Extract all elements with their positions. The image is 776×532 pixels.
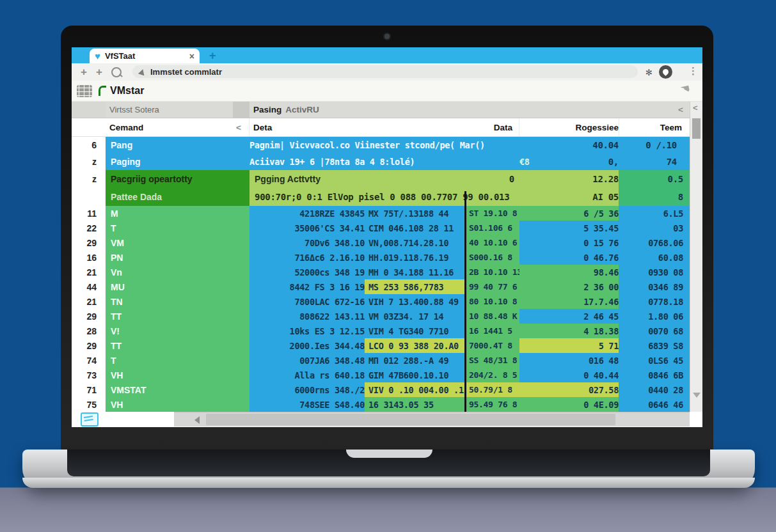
cell-cmd[interactable]: VM <box>106 235 249 250</box>
cemand-chevron-icon[interactable]: < <box>236 123 241 132</box>
back-button[interactable]: + <box>81 66 87 77</box>
cell-mid[interactable]: S000.16 8 <box>466 250 519 265</box>
cell-mid[interactable]: 2B 10.10 13 <box>466 265 519 279</box>
cell-mid[interactable]: 95.49 76 8 <box>466 397 519 412</box>
extension-icon[interactable]: ✻ <box>645 68 653 77</box>
cell-data-left[interactable]: 70Dv6 348.10 <box>249 235 365 250</box>
row-number[interactable]: z <box>72 170 106 188</box>
cell-teem[interactable]: 0846 6B <box>619 368 690 382</box>
row-number[interactable] <box>72 188 106 206</box>
cell-rogessiee[interactable]: 0, <box>571 157 619 167</box>
cell-teem[interactable]: 6839 S8 <box>619 338 690 353</box>
cell-mid[interactable]: 10 88.48 K <box>466 309 519 324</box>
address-bar[interactable]: Immstet commlatr <box>132 65 638 78</box>
grid-icon[interactable] <box>77 85 92 97</box>
cell-cmd[interactable]: Paging <box>106 157 249 167</box>
cell-rogessiee[interactable]: 4 18.38 <box>519 324 619 338</box>
cell-rogessiee[interactable]: 98.46 <box>519 265 619 279</box>
cell-mid[interactable]: 7000.4T 8 <box>466 338 519 353</box>
cell-data-left[interactable]: 6000rns 348./2 <box>249 382 365 397</box>
cell-text[interactable]: Pgging Acttvtty 0 <box>249 170 519 188</box>
row-number[interactable]: 22 <box>72 221 106 235</box>
row-number[interactable]: 29 <box>72 309 106 324</box>
group-header-left[interactable]: Virtsst Sotera <box>106 102 249 118</box>
cell-teem[interactable]: 0346 89 <box>619 279 690 294</box>
cell-teem[interactable]: 8 <box>619 188 690 206</box>
forward-button[interactable]: + <box>96 66 102 77</box>
col-header-data[interactable]: Data <box>365 118 519 136</box>
pin-icon[interactable] <box>680 86 689 92</box>
cell-cmd[interactable]: MU <box>106 279 249 294</box>
cell-teem[interactable]: 0 /.10 <box>619 140 683 150</box>
cell-rogessiee[interactable]: 0 4E.09 <box>519 397 619 412</box>
cell-mid[interactable]: 80 10.10 8 <box>466 294 519 309</box>
cell-teem[interactable]: 0778.18 <box>619 294 690 309</box>
cell-mid[interactable]: ST 19.10 8 <box>466 206 519 221</box>
row-number[interactable]: 71 <box>72 382 106 397</box>
cell-cmd[interactable]: V! <box>106 324 249 338</box>
cell-data-right[interactable]: VN,008.714.28.10 <box>365 235 466 250</box>
cell-data-left[interactable]: 808622 143.11 <box>249 309 365 324</box>
cell-data-right[interactable]: VIH 7 13.400.88 49 <box>365 294 466 309</box>
cell-data-right[interactable]: MП 012 288.-A 49 <box>365 353 466 368</box>
row-number[interactable]: 21 <box>72 294 106 309</box>
cell-mid[interactable]: 40 10.10 6 <box>466 235 519 250</box>
cell-cmd[interactable]: Pattee Dada <box>106 188 249 206</box>
cell-rogessiee[interactable]: AI 05 <box>519 188 619 206</box>
row-number[interactable]: 74 <box>72 353 106 368</box>
row-number[interactable]: 6 <box>72 137 106 153</box>
cell-data-left[interactable]: 716Δc6 2.16.10 <box>249 250 365 265</box>
profile-avatar[interactable] <box>659 65 672 79</box>
row-number[interactable]: 11 <box>72 206 106 221</box>
cell-data-left[interactable]: 8442 FS 3 16 19 <box>249 279 365 294</box>
cell-data-right[interactable]: 16 3143.05 35 <box>365 397 466 412</box>
horizontal-scrollbar[interactable] <box>174 412 690 426</box>
cell-mid[interactable]: 16 1441 5 <box>466 324 519 338</box>
cell-cmd[interactable]: Pacgriig opeartotty <box>106 170 249 188</box>
cell-rogessiee[interactable]: 0 40.44 <box>519 368 619 382</box>
scroll-down-arrow-icon[interactable] <box>693 393 701 398</box>
cell-cmd[interactable]: Vn <box>106 265 249 279</box>
col-header-cemand[interactable]: Cemand < <box>106 118 249 136</box>
cell-teem[interactable]: 03 <box>619 221 690 235</box>
cell-rogessiee[interactable]: 5 71 <box>519 338 619 353</box>
cell-data-left[interactable]: 748SEE S48.40 <box>249 397 365 412</box>
tab-close-icon[interactable]: × <box>189 51 194 61</box>
cell-cmd[interactable]: M <box>106 206 249 221</box>
cell-data-right[interactable]: CIM 046.108 28 11 <box>365 221 466 235</box>
cell-cmd[interactable]: TT <box>106 338 249 353</box>
cell-rogessiee[interactable]: 0 15 76 <box>519 235 619 250</box>
vertical-scrollbar[interactable]: < <box>690 102 702 412</box>
row-number[interactable]: 28 <box>72 324 106 338</box>
cell-data-left[interactable]: 52000cs 348 19 <box>249 265 365 279</box>
scroll-left-arrow-icon[interactable] <box>194 416 200 424</box>
cell-cmd[interactable]: PN <box>106 250 249 265</box>
row-number[interactable]: 16 <box>72 250 106 265</box>
cell-mid[interactable]: 204/2. 8 5 <box>466 368 519 382</box>
cell-cmd[interactable]: VMSTAT <box>106 382 249 397</box>
horizontal-scrollbar-thumb[interactable] <box>206 414 615 425</box>
cell-teem[interactable]: 0646 46 <box>619 397 690 412</box>
cell-teem[interactable]: 0440 28 <box>619 382 690 397</box>
row-number[interactable]: 21 <box>72 265 106 279</box>
row-number[interactable]: 44 <box>72 279 106 294</box>
cell-data-right[interactable]: LCO 0 93 388 20.A0 <box>365 338 466 353</box>
cell-text[interactable]: Pagnim| Vicvvacol.co Viinester stcond/pe… <box>249 140 519 150</box>
cell-data-left[interactable]: 2000.Ies 344.48 <box>249 338 365 353</box>
cell-rogessiee[interactable]: 0 46.76 <box>519 250 619 265</box>
cell-rogessiee[interactable]: 027.58 <box>519 382 619 397</box>
cell-data-right[interactable]: HH.019.118.76.19 <box>365 250 466 265</box>
row-number[interactable]: 75 <box>72 397 106 412</box>
browser-tab[interactable]: ♥ VfSTaat × <box>90 49 200 63</box>
cell-teem[interactable]: 0.5 <box>619 170 690 188</box>
cell-data-left[interactable]: 007JA6 348.48 <box>249 353 365 368</box>
cell-data-right[interactable]: MS 253 586,7783 <box>365 279 466 294</box>
cell-data-left[interactable]: 7800LAC 672-16 <box>249 294 365 309</box>
cell-rogessiee[interactable]: 5 35.45 <box>519 221 619 235</box>
cell-d[interactable]: €8 <box>519 157 571 167</box>
cell-mid[interactable]: S01.106 6 <box>466 221 519 235</box>
search-icon[interactable] <box>111 67 122 77</box>
cell-data-left[interactable]: 35006'CS 34.41 <box>249 221 365 235</box>
cell-teem[interactable]: 1.80 06 <box>619 309 690 324</box>
group-header-right[interactable]: Pasing ActivRU < <box>249 102 690 118</box>
